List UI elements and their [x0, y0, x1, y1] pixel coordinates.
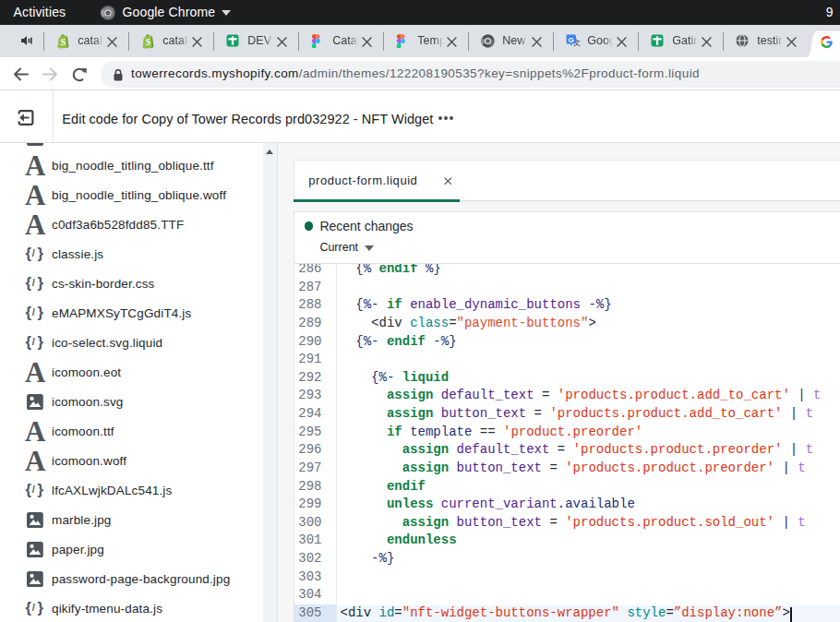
svg-text:S: S	[60, 37, 65, 46]
svg-text:G: G	[568, 35, 573, 43]
svg-text:S: S	[145, 37, 150, 46]
